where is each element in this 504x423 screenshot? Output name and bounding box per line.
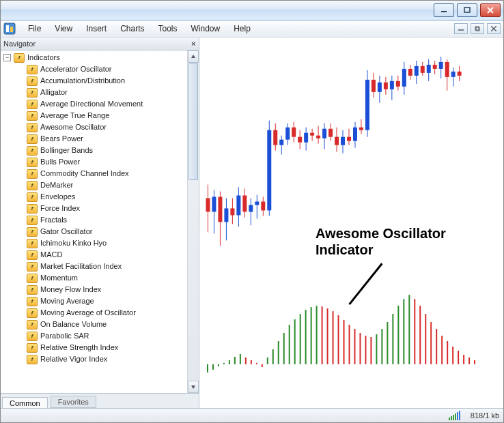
- annotation-label: Awesome Oscillator Indicator: [316, 225, 446, 258]
- indicator-item[interactable]: fBollinger Bands: [27, 145, 187, 156]
- svg-rect-89: [433, 65, 437, 69]
- svg-rect-65: [359, 128, 363, 130]
- indicator-item[interactable]: fAverage Directional Movement: [27, 98, 187, 110]
- indicator-item[interactable]: fRelative Vigor Index: [27, 353, 187, 365]
- indicator-item[interactable]: fDeMarker: [27, 179, 187, 191]
- indicator-label: Bulls Power: [40, 156, 80, 168]
- menu-help[interactable]: Help: [227, 23, 257, 35]
- indicator-folder-icon: f: [14, 53, 25, 63]
- indicator-item[interactable]: fMoney Flow Index: [27, 284, 187, 295]
- indicator-icon: f: [27, 343, 38, 353]
- indicator-item[interactable]: fParabolic SAR: [27, 330, 187, 342]
- svg-rect-55: [328, 129, 333, 137]
- svg-rect-93: [445, 62, 449, 77]
- indicator-icon: f: [27, 227, 38, 237]
- indicator-item[interactable]: fAverage True Range: [27, 110, 187, 121]
- mdi-minimize-button[interactable]: [454, 23, 468, 34]
- indicator-item[interactable]: fAccumulation/Distribution: [27, 75, 187, 87]
- indicator-item[interactable]: fAlligator: [27, 87, 187, 98]
- indicator-icon: f: [27, 158, 38, 167]
- indicator-item[interactable]: fFractals: [27, 214, 187, 226]
- navigator-scrollbar[interactable]: [187, 50, 199, 393]
- indicator-tree[interactable]: −fIndicatorsfAccelerator OscillatorfAccu…: [1, 50, 187, 393]
- indicator-item[interactable]: fEnvelopes: [27, 191, 187, 203]
- scroll-up-button[interactable]: [188, 50, 199, 63]
- svg-rect-85: [421, 66, 425, 73]
- indicator-item[interactable]: fForce Index: [27, 203, 187, 214]
- svg-marker-12: [191, 55, 195, 58]
- svg-rect-45: [298, 137, 302, 143]
- tab-common[interactable]: Common: [2, 397, 48, 408]
- indicator-item[interactable]: fAwesome Oscillator: [27, 121, 187, 133]
- menu-charts[interactable]: Charts: [113, 23, 151, 35]
- svg-rect-77: [396, 81, 400, 87]
- svg-rect-47: [304, 133, 308, 143]
- menu-window[interactable]: Window: [184, 23, 227, 35]
- menu-view[interactable]: View: [48, 23, 79, 35]
- collapse-icon[interactable]: −: [3, 54, 11, 61]
- indicator-item[interactable]: fMoving Average of Oscillator: [27, 307, 187, 319]
- menu-file[interactable]: File: [21, 23, 48, 35]
- indicator-icon: f: [27, 181, 38, 190]
- navigator-title: Navigator: [3, 40, 191, 48]
- menu-bar: File View Insert Charts Tools Window Hel…: [1, 20, 503, 38]
- svg-rect-51: [316, 136, 320, 138]
- indicator-label: Market Facilitation Index: [40, 261, 122, 272]
- tab-favorites[interactable]: Favorites: [51, 396, 96, 408]
- chart-area[interactable]: Awesome Oscillator Indicator: [199, 38, 503, 408]
- svg-rect-67: [365, 80, 369, 130]
- indicator-item[interactable]: fMomentum: [27, 272, 187, 284]
- navigator-close-button[interactable]: ×: [191, 39, 196, 48]
- indicator-icon: f: [27, 88, 38, 98]
- navigator-tabs: Common Favorites: [1, 393, 199, 408]
- mdi-restore-button[interactable]: [471, 23, 484, 34]
- indicator-label: Average Directional Movement: [40, 98, 143, 110]
- svg-rect-150: [451, 416, 452, 420]
- navigator-body: −fIndicatorsfAccelerator OscillatorfAccu…: [1, 50, 199, 393]
- indicator-item[interactable]: fGator Oscillator: [27, 226, 187, 237]
- scroll-down-button[interactable]: [188, 381, 199, 393]
- mdi-close-button[interactable]: [487, 23, 501, 34]
- indicator-label: Relative Vigor Index: [40, 353, 107, 365]
- indicator-item[interactable]: fRelative Strength Index: [27, 342, 187, 353]
- indicator-icon: f: [27, 297, 38, 306]
- tree-root-label: Indicators: [27, 52, 60, 63]
- indicator-icon: f: [27, 192, 38, 202]
- svg-rect-35: [267, 130, 271, 211]
- title-bar: [1, 1, 503, 20]
- indicator-item[interactable]: fMarket Facilitation Index: [27, 261, 187, 272]
- indicator-item[interactable]: fAccelerator Oscillator: [27, 63, 187, 75]
- indicator-item[interactable]: fMACD: [27, 249, 187, 261]
- menu-tools[interactable]: Tools: [152, 23, 184, 35]
- navigator-panel: Navigator × −fIndicatorsfAccelerator Osc…: [1, 38, 199, 408]
- indicator-icon: f: [27, 204, 38, 214]
- svg-rect-21: [224, 208, 228, 222]
- scroll-thumb[interactable]: [188, 63, 198, 180]
- indicator-label: DeMarker: [40, 179, 73, 191]
- indicator-item[interactable]: fCommodity Channel Index: [27, 168, 187, 179]
- indicator-item[interactable]: fIchimoku Kinko Hyo: [27, 237, 187, 249]
- svg-rect-15: [206, 198, 210, 212]
- navigator-header: Navigator ×: [1, 38, 199, 50]
- indicator-item[interactable]: fBears Power: [27, 133, 187, 145]
- menu-insert[interactable]: Insert: [79, 23, 113, 35]
- indicator-icon: f: [27, 65, 38, 74]
- svg-rect-5: [6, 25, 9, 32]
- window-minimize-button[interactable]: [434, 3, 454, 17]
- svg-rect-75: [390, 81, 394, 89]
- svg-rect-23: [230, 208, 234, 215]
- svg-line-148: [349, 263, 382, 304]
- window-maximize-button[interactable]: [457, 3, 477, 17]
- indicator-item[interactable]: fOn Balance Volume: [27, 319, 187, 330]
- window-close-button[interactable]: [480, 3, 501, 17]
- connection-icon: [449, 411, 462, 420]
- svg-rect-79: [402, 69, 406, 87]
- svg-rect-97: [458, 72, 462, 76]
- svg-rect-43: [292, 128, 296, 137]
- workspace: Navigator × −fIndicatorsfAccelerator Osc…: [1, 38, 503, 408]
- svg-rect-37: [273, 130, 277, 145]
- indicator-item[interactable]: fBulls Power: [27, 156, 187, 168]
- svg-rect-153: [457, 412, 458, 420]
- svg-marker-13: [191, 385, 195, 389]
- indicator-item[interactable]: fMoving Average: [27, 295, 187, 307]
